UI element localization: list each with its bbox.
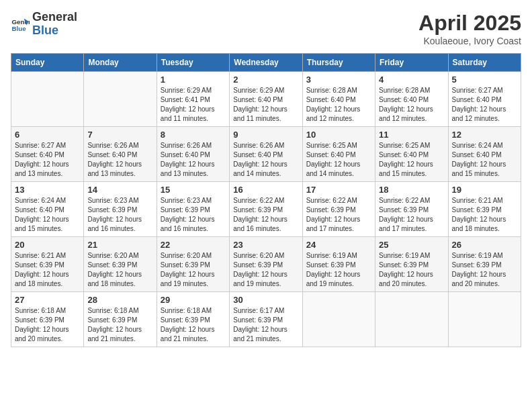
calendar-cell: 5Sunrise: 6:27 AM Sunset: 6:40 PM Daylig… bbox=[448, 72, 521, 127]
day-info: Sunrise: 6:20 AM Sunset: 6:39 PM Dayligh… bbox=[161, 251, 226, 289]
calendar-cell: 2Sunrise: 6:29 AM Sunset: 6:40 PM Daylig… bbox=[230, 72, 302, 127]
week-row-2: 6Sunrise: 6:27 AM Sunset: 6:40 PM Daylig… bbox=[11, 127, 521, 182]
week-row-5: 27Sunrise: 6:18 AM Sunset: 6:39 PM Dayli… bbox=[11, 292, 521, 347]
day-info: Sunrise: 6:18 AM Sunset: 6:39 PM Dayligh… bbox=[87, 306, 152, 344]
day-number: 19 bbox=[452, 185, 517, 195]
logo-blue-text: Blue bbox=[32, 24, 77, 38]
day-number: 18 bbox=[379, 185, 444, 195]
svg-text:Blue: Blue bbox=[11, 25, 26, 32]
day-number: 21 bbox=[87, 240, 152, 250]
day-number: 9 bbox=[233, 130, 298, 140]
day-info: Sunrise: 6:21 AM Sunset: 6:39 PM Dayligh… bbox=[15, 251, 80, 289]
header-monday: Monday bbox=[84, 54, 157, 72]
day-info: Sunrise: 6:24 AM Sunset: 6:40 PM Dayligh… bbox=[452, 141, 517, 179]
day-number: 17 bbox=[306, 185, 371, 195]
week-row-1: 1Sunrise: 6:29 AM Sunset: 6:41 PM Daylig… bbox=[11, 72, 521, 127]
day-info: Sunrise: 6:19 AM Sunset: 6:39 PM Dayligh… bbox=[379, 251, 444, 289]
day-info: Sunrise: 6:25 AM Sunset: 6:40 PM Dayligh… bbox=[306, 141, 371, 179]
day-info: Sunrise: 6:18 AM Sunset: 6:39 PM Dayligh… bbox=[15, 306, 80, 344]
day-number: 28 bbox=[87, 295, 152, 305]
calendar-cell: 10Sunrise: 6:25 AM Sunset: 6:40 PM Dayli… bbox=[302, 127, 375, 182]
title-area: April 2025 Koulaeoue, Ivory Coast bbox=[418, 11, 521, 46]
day-info: Sunrise: 6:21 AM Sunset: 6:39 PM Dayligh… bbox=[452, 196, 517, 234]
calendar-cell: 13Sunrise: 6:24 AM Sunset: 6:40 PM Dayli… bbox=[11, 182, 84, 237]
day-info: Sunrise: 6:28 AM Sunset: 6:40 PM Dayligh… bbox=[306, 86, 371, 124]
day-info: Sunrise: 6:29 AM Sunset: 6:40 PM Dayligh… bbox=[233, 86, 298, 124]
calendar-cell: 11Sunrise: 6:25 AM Sunset: 6:40 PM Dayli… bbox=[375, 127, 448, 182]
calendar-cell: 3Sunrise: 6:28 AM Sunset: 6:40 PM Daylig… bbox=[302, 72, 375, 127]
day-number: 23 bbox=[233, 240, 298, 250]
calendar-cell: 4Sunrise: 6:28 AM Sunset: 6:40 PM Daylig… bbox=[375, 72, 448, 127]
calendar-cell: 30Sunrise: 6:17 AM Sunset: 6:39 PM Dayli… bbox=[230, 292, 302, 347]
header-saturday: Saturday bbox=[448, 54, 521, 72]
day-number: 2 bbox=[233, 75, 298, 85]
calendar-cell: 18Sunrise: 6:22 AM Sunset: 6:39 PM Dayli… bbox=[375, 182, 448, 237]
day-number: 29 bbox=[161, 295, 226, 305]
day-info: Sunrise: 6:27 AM Sunset: 6:40 PM Dayligh… bbox=[452, 86, 517, 124]
calendar-cell bbox=[375, 292, 448, 347]
day-number: 10 bbox=[306, 130, 371, 140]
calendar-table: SundayMondayTuesdayWednesdayThursdayFrid… bbox=[11, 53, 521, 347]
page-header: General Blue General Blue April 2025 Kou… bbox=[11, 11, 521, 46]
day-info: Sunrise: 6:23 AM Sunset: 6:39 PM Dayligh… bbox=[87, 196, 152, 234]
day-info: Sunrise: 6:26 AM Sunset: 6:40 PM Dayligh… bbox=[161, 141, 226, 179]
header-friday: Friday bbox=[375, 54, 448, 72]
day-number: 27 bbox=[15, 295, 80, 305]
calendar-cell: 15Sunrise: 6:23 AM Sunset: 6:39 PM Dayli… bbox=[157, 182, 229, 237]
calendar-cell bbox=[302, 292, 375, 347]
calendar-cell: 20Sunrise: 6:21 AM Sunset: 6:39 PM Dayli… bbox=[11, 237, 84, 292]
day-info: Sunrise: 6:26 AM Sunset: 6:40 PM Dayligh… bbox=[233, 141, 298, 179]
calendar-cell bbox=[84, 72, 157, 127]
calendar-cell: 26Sunrise: 6:19 AM Sunset: 6:39 PM Dayli… bbox=[448, 237, 521, 292]
calendar-cell: 21Sunrise: 6:20 AM Sunset: 6:39 PM Dayli… bbox=[84, 237, 157, 292]
page-title: April 2025 bbox=[418, 11, 521, 36]
header-wednesday: Wednesday bbox=[230, 54, 302, 72]
week-row-3: 13Sunrise: 6:24 AM Sunset: 6:40 PM Dayli… bbox=[11, 182, 521, 237]
day-info: Sunrise: 6:20 AM Sunset: 6:39 PM Dayligh… bbox=[233, 251, 298, 289]
day-number: 11 bbox=[379, 130, 444, 140]
day-info: Sunrise: 6:22 AM Sunset: 6:39 PM Dayligh… bbox=[306, 196, 371, 234]
day-info: Sunrise: 6:24 AM Sunset: 6:40 PM Dayligh… bbox=[15, 196, 80, 234]
day-number: 24 bbox=[306, 240, 371, 250]
day-number: 22 bbox=[161, 240, 226, 250]
day-number: 8 bbox=[161, 130, 226, 140]
day-number: 26 bbox=[452, 240, 517, 250]
day-info: Sunrise: 6:26 AM Sunset: 6:40 PM Dayligh… bbox=[87, 141, 152, 179]
day-info: Sunrise: 6:22 AM Sunset: 6:39 PM Dayligh… bbox=[233, 196, 298, 234]
calendar-cell bbox=[11, 72, 84, 127]
day-number: 14 bbox=[87, 185, 152, 195]
day-info: Sunrise: 6:25 AM Sunset: 6:40 PM Dayligh… bbox=[379, 141, 444, 179]
calendar-cell: 16Sunrise: 6:22 AM Sunset: 6:39 PM Dayli… bbox=[230, 182, 302, 237]
day-number: 3 bbox=[306, 75, 371, 85]
calendar-cell: 25Sunrise: 6:19 AM Sunset: 6:39 PM Dayli… bbox=[375, 237, 448, 292]
day-number: 12 bbox=[452, 130, 517, 140]
calendar-cell: 23Sunrise: 6:20 AM Sunset: 6:39 PM Dayli… bbox=[230, 237, 302, 292]
calendar-cell: 27Sunrise: 6:18 AM Sunset: 6:39 PM Dayli… bbox=[11, 292, 84, 347]
day-number: 4 bbox=[379, 75, 444, 85]
calendar-cell: 28Sunrise: 6:18 AM Sunset: 6:39 PM Dayli… bbox=[84, 292, 157, 347]
calendar-cell: 9Sunrise: 6:26 AM Sunset: 6:40 PM Daylig… bbox=[230, 127, 302, 182]
page-subtitle: Koulaeoue, Ivory Coast bbox=[418, 36, 521, 46]
day-info: Sunrise: 6:19 AM Sunset: 6:39 PM Dayligh… bbox=[306, 251, 371, 289]
logo-general-text: General bbox=[32, 11, 77, 24]
day-number: 30 bbox=[233, 295, 298, 305]
day-info: Sunrise: 6:28 AM Sunset: 6:40 PM Dayligh… bbox=[379, 86, 444, 124]
day-number: 1 bbox=[161, 75, 226, 85]
calendar-cell bbox=[448, 292, 521, 347]
calendar-cell: 19Sunrise: 6:21 AM Sunset: 6:39 PM Dayli… bbox=[448, 182, 521, 237]
calendar-cell: 1Sunrise: 6:29 AM Sunset: 6:41 PM Daylig… bbox=[157, 72, 229, 127]
day-number: 16 bbox=[233, 185, 298, 195]
calendar-cell: 8Sunrise: 6:26 AM Sunset: 6:40 PM Daylig… bbox=[157, 127, 229, 182]
calendar-cell: 29Sunrise: 6:18 AM Sunset: 6:39 PM Dayli… bbox=[157, 292, 229, 347]
day-number: 5 bbox=[452, 75, 517, 85]
calendar-cell: 24Sunrise: 6:19 AM Sunset: 6:39 PM Dayli… bbox=[302, 237, 375, 292]
day-number: 25 bbox=[379, 240, 444, 250]
calendar-cell: 22Sunrise: 6:20 AM Sunset: 6:39 PM Dayli… bbox=[157, 237, 229, 292]
day-info: Sunrise: 6:29 AM Sunset: 6:41 PM Dayligh… bbox=[161, 86, 226, 124]
day-number: 15 bbox=[161, 185, 226, 195]
day-info: Sunrise: 6:19 AM Sunset: 6:39 PM Dayligh… bbox=[452, 251, 517, 289]
week-row-4: 20Sunrise: 6:21 AM Sunset: 6:39 PM Dayli… bbox=[11, 237, 521, 292]
logo-icon: General Blue bbox=[11, 15, 30, 34]
calendar-header-row: SundayMondayTuesdayWednesdayThursdayFrid… bbox=[11, 54, 521, 72]
day-info: Sunrise: 6:22 AM Sunset: 6:39 PM Dayligh… bbox=[379, 196, 444, 234]
